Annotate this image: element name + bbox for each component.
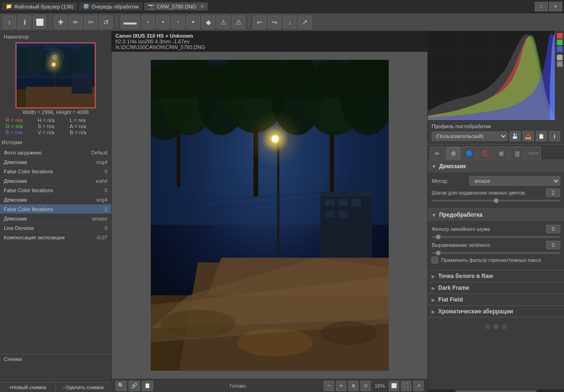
hist-red-btn[interactable] xyxy=(557,33,563,39)
demosaic-steps-value[interactable]: 2 xyxy=(546,188,560,197)
mod-tab-raw[interactable]: ||| xyxy=(510,147,525,160)
hist-blue-btn[interactable] xyxy=(557,46,563,52)
tool-zoom-fit[interactable]: ↕ xyxy=(3,16,16,29)
flatfield-section[interactable]: ▶ Flat Field xyxy=(428,294,564,306)
win-close-button[interactable]: ✕ xyxy=(549,2,562,11)
win-resize-button[interactable]: □ xyxy=(535,2,548,11)
tool-info[interactable]: ℹ xyxy=(18,16,31,29)
mod-tab-exposure[interactable]: ⚙ xyxy=(446,147,461,160)
tool-color-blue[interactable]: ● xyxy=(172,16,185,29)
tool-rotate[interactable]: ↺ xyxy=(99,16,113,29)
tool-white[interactable]: ● xyxy=(187,16,200,29)
zoom-fit-button[interactable]: ⊕ xyxy=(348,381,359,391)
mod-tab-color[interactable]: 🔵 xyxy=(462,147,477,160)
toolbar-separator-3 xyxy=(249,16,249,28)
tab-image[interactable]: 📷 CRW_5780.DNG ✕ xyxy=(144,2,207,10)
tab-queue-label: Очередь обработки xyxy=(91,4,139,9)
status-icon-clip[interactable]: 📋 xyxy=(142,381,153,391)
tool-draw[interactable]: ✏ xyxy=(69,16,82,29)
history-item-2[interactable]: False Color Iterations 0 xyxy=(0,167,111,176)
tab-queue[interactable]: ⚙️ Очередь обработки xyxy=(79,2,142,10)
zoom-in-button[interactable]: + xyxy=(336,381,346,391)
history-value-2: 0 xyxy=(105,169,107,174)
profile-copy-btn[interactable]: 📋 xyxy=(536,131,547,141)
history-value-3: eahd xyxy=(96,178,107,184)
thumb-sky xyxy=(16,43,95,79)
line-denoise-thumb[interactable] xyxy=(436,235,441,239)
green-eq-thumb[interactable] xyxy=(436,251,441,255)
history-item-5[interactable]: Демозаик vng4 xyxy=(0,195,111,204)
export-button[interactable]: ↗ xyxy=(413,381,424,391)
demosaic-body: Метод: amaze Шагов для подавления ложных… xyxy=(428,172,564,208)
tool-color-dot[interactable]: ● xyxy=(141,16,155,29)
chromatic-section[interactable]: ▶ Хроматические аберрации xyxy=(428,306,564,318)
tab-file-browser[interactable]: 📁 Файловый браузер (136) xyxy=(2,2,77,10)
tool-warn-low[interactable]: ⚠ xyxy=(217,16,230,29)
navigator-thumbnail[interactable] xyxy=(16,42,96,108)
tool-redo-rotate[interactable]: ↪ xyxy=(268,16,281,29)
preprocessing-header[interactable]: ▼ Предобработка xyxy=(428,209,564,221)
add-snapshot-button[interactable]: +Новый снимок xyxy=(0,383,56,392)
main-area: Навигатор xyxy=(0,31,564,392)
tool-undo-rotate[interactable]: ↩ xyxy=(253,16,266,29)
status-text: Готово. xyxy=(157,383,320,389)
right-panel-scrollbar[interactable] xyxy=(428,389,564,392)
profile-save-btn[interactable]: 💾 xyxy=(509,131,521,141)
fullscreen-button[interactable]: ⬜ xyxy=(389,381,399,391)
tool-flip-h[interactable]: ↗ xyxy=(298,16,311,29)
history-item-1[interactable]: Демозаик vng4 xyxy=(0,157,111,167)
file-path: N:\DCIM\100CANON\CRW_5780.DNG xyxy=(115,44,424,50)
mod-tab-meta[interactable]: META xyxy=(526,147,541,160)
tool-color-green[interactable]: ● xyxy=(156,16,170,29)
zoom-100-button[interactable]: ⊙ xyxy=(360,381,371,391)
tool-exposure-lines[interactable]: ▬▬ xyxy=(121,16,139,29)
scrollbar-thumb[interactable] xyxy=(455,390,537,392)
hist-all-btn[interactable] xyxy=(557,61,563,67)
tool-select[interactable]: ⬜ xyxy=(33,16,46,29)
green-eq-slider[interactable] xyxy=(432,252,560,254)
view-mode-button[interactable]: ⛶ xyxy=(401,381,411,391)
demosaic-header[interactable]: ▼ Демозаик xyxy=(428,160,564,172)
status-icon-search[interactable]: 🔍 xyxy=(115,381,127,391)
zoom-out-button[interactable]: − xyxy=(324,381,334,391)
demosaic-slider-thumb[interactable] xyxy=(494,198,499,203)
line-denoise-value[interactable]: 0 xyxy=(546,225,560,233)
history-item-8[interactable]: Line Denoise 0 xyxy=(0,223,111,233)
remove-snapshot-button[interactable]: −Удалить снимок xyxy=(56,383,111,392)
flatfield-arrow: ▶ xyxy=(432,297,435,302)
demosaic-steps-slider[interactable] xyxy=(432,200,560,202)
mod-tab-correct[interactable]: ✏ xyxy=(430,147,445,160)
green-eq-value[interactable]: 0 xyxy=(546,241,560,249)
profile-info-btn[interactable]: ℹ xyxy=(549,131,560,141)
profile-select[interactable]: (Пользовательский) xyxy=(432,131,507,141)
image-view[interactable] xyxy=(112,52,427,379)
hist-green-btn[interactable] xyxy=(557,40,563,45)
darkframe-section[interactable]: ▶ Dark Frame xyxy=(428,282,564,294)
hotpixel-checkbox[interactable] xyxy=(432,257,438,263)
history-value-7: amaze xyxy=(92,216,107,221)
hist-lum-btn[interactable] xyxy=(557,55,563,60)
demosaic-method-select[interactable]: amaze xyxy=(469,176,560,186)
tool-add[interactable]: ✚ xyxy=(54,16,67,29)
image-info-bar: Canon IXUS 310 HS + Unknown f/2.0 1/4s i… xyxy=(112,31,427,52)
history-item-9[interactable]: Компенсация экспозиции -0.07 xyxy=(0,233,111,242)
history-item-3[interactable]: Демозаик eahd xyxy=(0,176,111,186)
tab-close-button[interactable]: ✕ xyxy=(200,4,204,9)
line-denoise-slider[interactable] xyxy=(432,236,560,238)
demosaic-steps-row: Шагов для подавления ложных цветов: 2 xyxy=(432,188,560,197)
tool-clipping[interactable]: ◆ xyxy=(202,16,215,29)
whitepoint-section[interactable]: ▶ Точка белого в Raw xyxy=(428,270,564,282)
mod-tab-lens[interactable]: ⊞ xyxy=(494,147,509,160)
mod-tab-denoise[interactable]: 🚫 xyxy=(478,147,493,160)
history-item-0[interactable]: Фото загружено Default xyxy=(0,148,111,157)
profile-load-btn[interactable]: 📤 xyxy=(523,131,534,141)
history-item-4[interactable]: False Color Iterations 0 xyxy=(0,186,111,195)
history-item-7[interactable]: Демозаик amaze xyxy=(0,214,111,223)
status-icons: 🔍 🔗 📋 xyxy=(115,381,153,391)
nav-l-label: L = n/a xyxy=(70,117,98,123)
status-icon-link[interactable]: 🔗 xyxy=(129,381,140,391)
tool-warn-high[interactable]: ⚠ xyxy=(232,16,245,29)
history-item-6[interactable]: False Color Iterations 2 xyxy=(0,204,111,214)
tool-flip-v[interactable]: ↓ xyxy=(283,16,296,29)
tool-crop[interactable]: ✂ xyxy=(84,16,98,29)
